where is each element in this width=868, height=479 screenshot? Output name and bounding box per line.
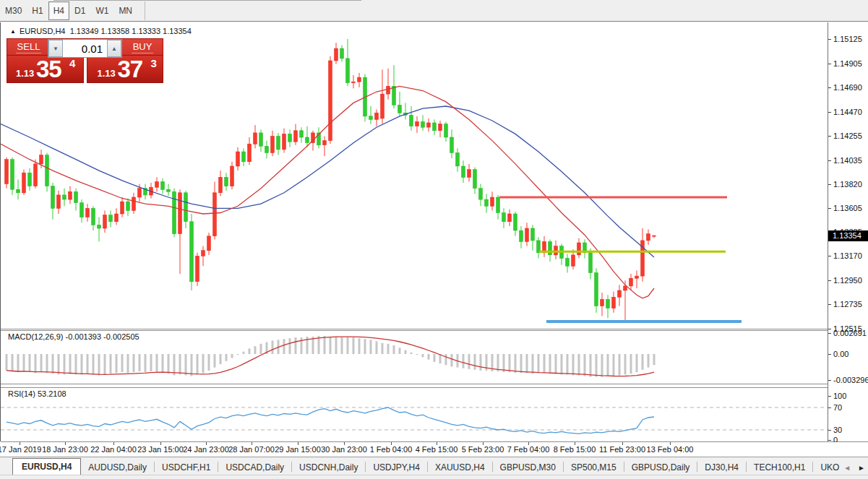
pane-splitter[interactable] [1,330,868,331]
pane-splitter[interactable] [1,384,868,384]
axis-tick [828,304,831,305]
axis-tick [828,280,831,281]
axis-tick [828,333,831,334]
macd-axis-label: -0.003296 [833,376,868,384]
toolbar-divider [53,0,361,1]
mt4-terminal-window: M30H1H4D1W1MN ▲EURUSD,H4 1.13349 1.13358… [0,0,868,479]
buy-button[interactable]: BUY [124,39,161,55]
price-axis-label: 1.13820 [833,180,862,189]
rsi-axis-label: 100 [833,392,846,400]
chart-tab-tech100-h1[interactable]: TECH100,H1 [747,459,812,475]
axis-tick [828,440,831,441]
timeframe-button-h1[interactable]: H1 [27,1,48,20]
rsi-indicator-pane[interactable] [1,388,828,441]
volume-control: ▼ ▲ [48,39,122,58]
price-axis[interactable]: 1.151251.149051.146901.144701.142551.140… [828,22,868,441]
chart-tab-uko[interactable]: UKO [813,459,846,475]
current-price-badge: 1.13354 [828,230,868,241]
axis-tick [828,184,831,185]
time-axis-label: 8 Feb 15:00 [554,445,596,454]
timeframe-button-m30[interactable]: M30 [0,1,27,20]
timeframe-toolbar: M30H1H4D1W1MN [0,0,868,22]
tab-scroll-left-icon[interactable]: ◄ [843,464,851,472]
chart-tab-bar: EURUSD,H4AUDUSD,DailyUSDCHF,H1USDCAD,Dai… [0,457,868,475]
price-axis-label: 1.13170 [833,251,862,260]
bid-pip-digit: 4 [69,57,75,69]
rsi-axis-label: 30 [833,426,842,434]
time-axis-label: 23 Jan 15:00 [137,445,184,454]
time-axis-label: 17 Jan 2019 [0,445,41,454]
macd-axis-label: 0.00 [833,350,848,358]
chart-title: ▲EURUSD,H4 1.13349 1.13358 1.13333 1.133… [10,27,192,35]
macd-title: MACD(12,26,9) -0.001393 -0.002505 [8,332,139,341]
axis-tick [828,380,831,381]
chart-tab-usdcnh-daily[interactable]: USDCNH,Daily [292,459,365,475]
time-axis-label: 4 Feb 15:00 [416,445,458,454]
bid-price-button[interactable]: 1.13 35 4 [7,55,84,83]
bid-prefix: 1.13 [16,68,34,79]
chart-tab-eurusd-h4[interactable]: EURUSD,H4 [12,458,81,475]
timeframe-button-w1[interactable]: W1 [90,1,113,20]
chart-tab-usdjpy-h4[interactable]: USDJPY,H4 [366,459,426,475]
axis-tick [828,430,831,431]
timeframe-button-d1[interactable]: D1 [69,1,90,20]
ask-price-button[interactable]: 1.13 37 3 [87,55,164,83]
chart-tab-dj30-h4[interactable]: DJ30,H4 [697,459,746,475]
price-axis-label: 1.14690 [833,83,862,92]
chart-tab-xauusd-h4[interactable]: XAUUSD,H4 [428,459,492,475]
time-axis-label: 1 Feb 04:00 [370,445,413,454]
volume-input[interactable] [63,40,107,57]
rsi-title: RSI(14) 53.2108 [8,389,66,398]
timeframe-button-mn[interactable]: MN [113,1,137,20]
chart-ohlc-values: 1.13349 1.13358 1.13333 1.13354 [70,27,192,35]
axis-tick [828,87,831,88]
chart-tab-usdchf-h1[interactable]: USDCHF,H1 [155,459,218,475]
chart-tab-sp500-m15[interactable]: SP500,M15 [564,459,624,475]
axis-tick [828,208,831,209]
chart-tab-usdcad-daily[interactable]: USDCAD,Daily [218,459,291,475]
time-axis-label: 22 Jan 04:00 [90,445,137,454]
price-axis-label: 1.12950 [833,276,862,285]
axis-tick [828,64,831,64]
axis-tick [828,136,831,137]
price-axis-label: 1.14905 [833,59,862,68]
axis-tick [828,407,831,408]
macd-axis-label: 0.002691 [833,329,867,337]
time-axis-label: 5 Feb 23:00 [462,445,504,454]
volume-decrease-button[interactable]: ▼ [48,40,63,57]
time-axis-label: 18 Jan 23:00 [42,445,88,454]
volume-increase-button[interactable]: ▲ [107,40,121,57]
timeframe-button-h4[interactable]: H4 [48,1,69,20]
axis-tick [828,396,831,397]
axis-tick [828,329,831,329]
timeframe-buttons: M30H1H4D1W1MN [0,1,145,20]
pane-splitter[interactable] [1,329,868,329]
time-axis-label: 29 Jan 15:00 [275,445,321,454]
axis-tick [828,354,831,355]
chart-tab-gbpusd-daily[interactable]: GBPUSD,Daily [624,459,697,475]
time-axis-label: 11 Feb 23:00 [599,445,645,454]
axis-tick [828,256,831,256]
axis-tick [828,112,831,113]
tab-scroll-right-icon[interactable]: ► [858,464,865,472]
time-axis[interactable]: 17 Jan 201918 Jan 23:0022 Jan 04:0023 Ja… [1,442,868,457]
bid-ask-row: 1.13 35 4 1.13 37 3 [7,55,163,83]
chart-tab-audusd-daily[interactable]: AUDUSD,Daily [81,459,154,475]
chart-window: ▲EURUSD,H4 1.13349 1.13358 1.13333 1.133… [0,22,868,441]
chart-symbol-label: EURUSD,H4 [20,27,66,35]
ask-pip-digit: 3 [151,57,157,69]
sell-button[interactable]: SELL [9,39,48,55]
price-axis-label: 1.13605 [833,204,862,212]
axis-tick [828,160,831,161]
pane-splitter[interactable] [1,387,868,388]
time-axis-label: 13 Feb 04:00 [647,445,694,454]
one-click-trading-panel: SELL BUY ▼ ▲ 1.13 35 4 1.13 37 3 [7,38,163,83]
price-axis-label: 1.14255 [833,131,862,140]
ask-prefix: 1.13 [98,68,116,79]
price-axis-label: 1.14470 [833,108,862,116]
ask-big-digits: 37 [118,56,143,83]
time-axis-label: 28 Jan 07:00 [228,445,275,454]
time-axis-label: 24 Jan 23:00 [183,445,229,454]
bid-big-digits: 35 [36,56,61,83]
chart-tab-gbpusd-m30[interactable]: GBPUSD,M30 [493,459,563,475]
